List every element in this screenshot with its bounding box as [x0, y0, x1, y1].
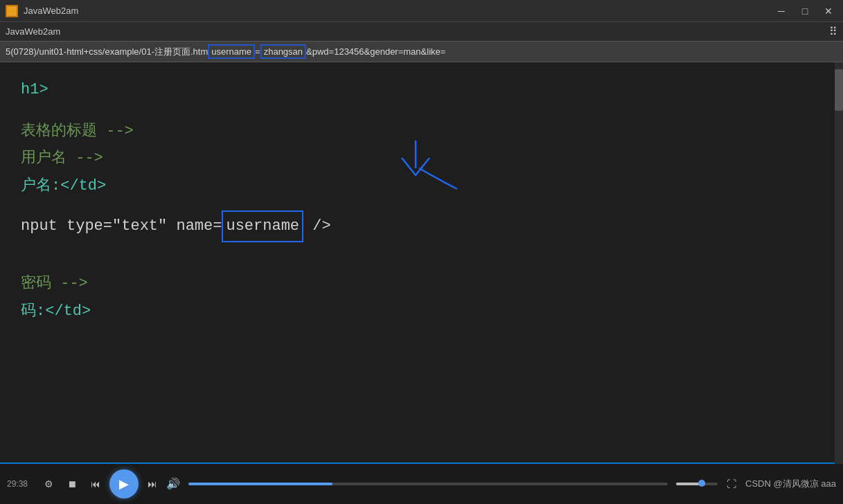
volume-dot	[698, 480, 705, 487]
app-bar: JavaWeb2am ⠿	[0, 22, 843, 42]
annotation-arrow	[395, 137, 478, 192]
grid-icon: ⠿	[829, 25, 837, 39]
close-button[interactable]: ✕	[819, 4, 837, 18]
code-comment-password: 密码 -->	[21, 275, 88, 292]
progress-bar[interactable]	[188, 483, 668, 485]
rewind-button[interactable]: ⏮	[86, 474, 105, 494]
code-text-h1: h1>	[21, 81, 48, 98]
media-controls: 29:38 ⚙ ⏹ ⏮ ▶ ⏭ 🔊 ⛶ CSDN @清风微凉 aaa	[0, 464, 843, 504]
window-controls: ─ □ ✕	[772, 4, 837, 18]
code-line-7: 码:</td>	[21, 298, 822, 325]
play-button[interactable]: ▶	[109, 469, 139, 498]
watermark-text: CSDN @清风微凉 aaa	[745, 478, 836, 490]
time-display: 29:38	[7, 479, 35, 489]
code-line-6: 密码 -->	[21, 270, 822, 298]
app-name: JavaWeb2am	[6, 26, 60, 37]
app-title-label: JavaWeb2am	[24, 6, 78, 16]
minimize-button[interactable]: ─	[772, 4, 790, 18]
fullscreen-button[interactable]: ⛶	[722, 474, 741, 494]
scroll-thumb[interactable]	[835, 69, 843, 111]
url-bar[interactable]: 5(0728)/unit01-html+css/example/01-注册页面.…	[0, 42, 843, 62]
volume-icon: 🔊	[166, 477, 180, 491]
url-username-key: username	[208, 44, 255, 59]
volume-bar[interactable]	[676, 483, 718, 485]
code-td: 户名:</td>	[21, 177, 106, 195]
app-icon	[6, 5, 18, 17]
code-input-after: />	[303, 217, 331, 235]
code-line-1: h1>	[21, 76, 822, 104]
url-separator: =	[255, 46, 260, 57]
code-comment-username: 用户名 -->	[21, 150, 103, 167]
scrollbar[interactable]	[835, 62, 843, 464]
code-username-highlight: username	[222, 210, 303, 242]
settings-button[interactable]: ⚙	[39, 474, 58, 494]
title-bar: JavaWeb2am ─ □ ✕	[0, 0, 843, 22]
code-password-td: 码:</td>	[21, 303, 91, 320]
main-content: h1> 表格的标题 --> 用户名 --> 户名:</td> nput type…	[0, 62, 843, 462]
maximize-button[interactable]: □	[796, 4, 814, 18]
url-username-value: zhangsan	[260, 44, 306, 59]
progress-fill	[188, 483, 332, 485]
code-line-5: nput type="text" name=username />	[21, 210, 822, 242]
url-text-after: &pwd=123456&gender=man&like=	[306, 46, 445, 57]
code-comment-table: 表格的标题 -->	[21, 123, 134, 140]
fast-forward-button[interactable]: ⏭	[143, 474, 162, 494]
stop-button[interactable]: ⏹	[62, 474, 82, 494]
code-input-before: nput type="text" name=	[21, 217, 222, 235]
url-text-before: 5(0728)/unit01-html+css/example/01-注册页面.…	[6, 46, 208, 58]
